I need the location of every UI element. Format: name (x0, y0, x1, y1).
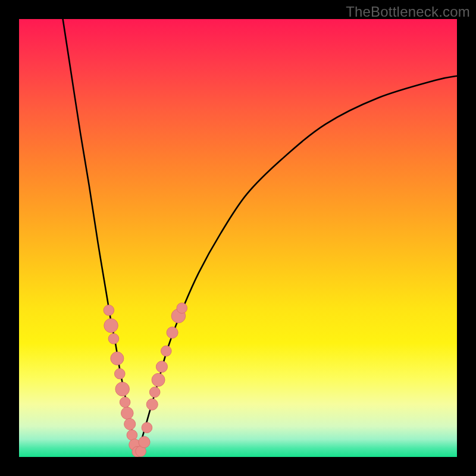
data-marker (156, 361, 167, 372)
plot-area (19, 19, 457, 457)
data-marker (146, 399, 158, 410)
data-marker (115, 382, 130, 396)
data-marker (139, 436, 150, 447)
data-marker (120, 397, 130, 408)
data-marker (121, 407, 133, 419)
data-marker (149, 387, 160, 397)
data-marker (167, 327, 178, 338)
data-marker (124, 418, 136, 430)
watermark-text: TheBottleneck.com (346, 4, 470, 20)
data-marker (161, 346, 171, 356)
data-marker (104, 318, 118, 333)
data-marker (111, 352, 124, 365)
data-marker (114, 368, 125, 379)
data-marker (142, 422, 152, 433)
data-marker (108, 333, 119, 344)
data-marker (152, 373, 165, 386)
data-marker (177, 303, 187, 314)
curve-layer (19, 19, 457, 457)
data-marker (127, 430, 137, 440)
curve-right-branch (137, 76, 457, 453)
data-marker (104, 305, 114, 316)
marker-group (104, 303, 187, 457)
chart-frame: TheBottleneck.com (0, 0, 476, 476)
